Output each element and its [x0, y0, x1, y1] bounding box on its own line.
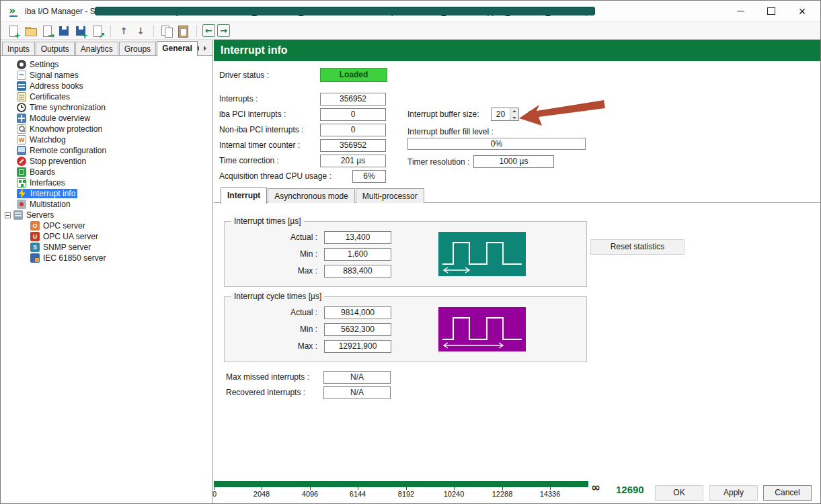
multistation-icon	[17, 200, 26, 209]
apply-button[interactable]: Apply	[709, 485, 758, 501]
infinity-label: ∞	[591, 480, 600, 494]
interrupt-counter: 12690	[616, 483, 644, 497]
boards-icon	[17, 167, 26, 177]
time-correction-label: Time correction :	[219, 156, 279, 165]
sidebar-item-interfaces[interactable]: Interfaces	[1, 177, 212, 188]
sidebar-item-interrupt-info[interactable]: Interrupt info	[1, 188, 212, 199]
recovered-interrupts-value: N/A	[323, 386, 391, 399]
sidebar-item-label: Signal names	[30, 71, 79, 80]
sidebar-item-label: OPC server	[43, 221, 85, 230]
sidebar-item-time-synchronization[interactable]: Time synchronization	[1, 102, 212, 113]
maximize-button[interactable]	[756, 1, 787, 22]
module-overview-icon	[17, 114, 26, 123]
sidebar-item-remote-configuration[interactable]: Remote configuration	[1, 145, 212, 156]
sidebar-item-label: Module overview	[30, 114, 90, 123]
sidebar-item-module-overview[interactable]: Module overview	[1, 113, 212, 124]
sidebar-tabstrip: Inputs Outputs Analytics Groups General	[1, 40, 212, 56]
new-config-icon[interactable]: +	[6, 24, 21, 38]
max-label: Max :	[230, 266, 317, 276]
toolbar-separator	[153, 25, 154, 37]
move-up-icon[interactable]	[116, 24, 131, 38]
sidebar-item-watchdog[interactable]: Watchdog	[1, 134, 212, 145]
actual-value: 9814,000	[324, 306, 391, 319]
tree-selection: Interrupt info	[17, 189, 77, 198]
interrupt-times-title: Interrupt times [µs]	[231, 216, 304, 226]
save-as-icon[interactable]: +	[73, 24, 88, 38]
add-file-icon[interactable]: →	[40, 24, 54, 38]
max-label: Max :	[230, 341, 317, 351]
sidebar-item-label: Watchdog	[30, 135, 66, 144]
sidebar-item-label: Knowhow protection	[30, 124, 102, 134]
buffer-fill-label: Interrupt buffer fill level :	[407, 127, 494, 136]
tab-asynchronous-mode[interactable]: Asynchronous mode	[268, 188, 354, 203]
ok-button[interactable]: OK	[655, 485, 703, 501]
sidebar-item-signal-names[interactable]: Signal names	[1, 70, 212, 81]
paste-icon[interactable]	[176, 24, 191, 38]
reset-statistics-button[interactable]: Reset statistics	[590, 239, 685, 255]
close-button[interactable]	[787, 1, 818, 22]
footer: 0 2048 4096 6144 8192 10240 12288 14336 …	[214, 476, 820, 503]
sidebar-item-servers[interactable]: Servers	[1, 210, 212, 220]
recovered-interrupts-label: Recovered interrupts :	[226, 388, 305, 397]
sidebar-item-opc-server[interactable]: OPC server	[1, 220, 212, 231]
tab-groups[interactable]: Groups	[119, 42, 156, 55]
stop-prevention-icon	[17, 157, 26, 166]
buffer-size-label: Interrupt buffer size:	[407, 110, 479, 119]
interrupt-wave-diagram	[438, 232, 526, 276]
sidebar-item-knowhow-protection[interactable]: Knowhow protection	[1, 124, 212, 134]
opc-server-icon	[30, 221, 40, 230]
actual-label: Actual :	[230, 308, 317, 317]
address-books-icon	[17, 81, 26, 91]
interrupt-times-group: Interrupt times [µs] Actual : 13,400 Min…	[224, 221, 587, 287]
cpu-usage-value: 6%	[352, 170, 386, 183]
window-controls	[725, 1, 818, 22]
knowhow-protection-icon	[17, 124, 26, 134]
save-icon[interactable]	[56, 24, 71, 38]
tab-scroll-right-icon[interactable]	[202, 43, 210, 53]
copy-icon[interactable]	[159, 24, 174, 38]
sidebar-item-label: Multistation	[30, 200, 71, 209]
buffer-size-value[interactable]: 20	[492, 108, 510, 120]
cpu-usage-label: Acquisition thread CPU usage :	[219, 171, 331, 181]
sidebar-item-settings[interactable]: Settings	[1, 59, 212, 70]
snmp-server-icon	[30, 243, 40, 252]
sidebar-item-boards[interactable]: Boards	[1, 167, 212, 177]
sidebar-item-label: OPC UA server	[43, 232, 98, 241]
iba-pci-interrupts-value: 0	[320, 108, 386, 121]
driver-status-badge: Loaded	[320, 68, 387, 82]
minimize-button[interactable]	[725, 1, 756, 22]
sidebar-item-label: Certificates	[30, 92, 70, 101]
actual-value: 13,400	[324, 231, 391, 244]
move-down-icon[interactable]	[133, 24, 148, 38]
min-value: 5632,300	[324, 323, 391, 336]
sidebar-item-iec-61850-server[interactable]: IEC 61850 server	[1, 253, 212, 263]
toolbar-separator	[110, 25, 111, 37]
sidebar-item-stop-prevention[interactable]: Stop prevention	[1, 156, 212, 167]
sidebar-item-opc-ua-server[interactable]: OPC UA server	[1, 231, 212, 242]
sidebar-item-certificates[interactable]: Certificates	[1, 91, 212, 102]
collapse-icon[interactable]	[5, 212, 11, 218]
tab-inputs[interactable]: Inputs	[2, 42, 35, 55]
sidebar: Inputs Outputs Analytics Groups General …	[1, 40, 213, 503]
timer-resolution-label: Timer resolution :	[407, 157, 469, 167]
tab-general[interactable]: General	[157, 41, 198, 56]
sidebar-item-label: Servers	[26, 210, 54, 220]
page-title: Interrupt info	[214, 40, 820, 61]
sidebar-item-snmp-server[interactable]: SNMP server	[1, 242, 212, 253]
sidebar-item-label: Stop prevention	[30, 157, 86, 166]
open-file-icon[interactable]	[23, 24, 38, 38]
buffer-size-stepper[interactable]: 20	[491, 108, 519, 121]
export-icon[interactable]: ↗	[90, 24, 105, 38]
tab-multi-processor[interactable]: Multi-processor	[356, 188, 424, 203]
sidebar-item-label: Interfaces	[30, 178, 65, 187]
tab-interrupt[interactable]: Interrupt	[221, 187, 267, 204]
cancel-button[interactable]: Cancel	[763, 485, 812, 501]
tab-analytics[interactable]: Analytics	[75, 42, 118, 55]
tab-outputs[interactable]: Outputs	[36, 42, 75, 55]
nav-forward-icon[interactable]	[217, 24, 230, 37]
iec-61850-server-icon	[30, 253, 40, 263]
sidebar-item-multistation[interactable]: Multistation	[1, 199, 212, 210]
sidebar-item-address-books[interactable]: Address books	[1, 81, 212, 91]
nav-back-icon[interactable]	[202, 24, 215, 37]
remote-configuration-icon	[17, 146, 26, 155]
